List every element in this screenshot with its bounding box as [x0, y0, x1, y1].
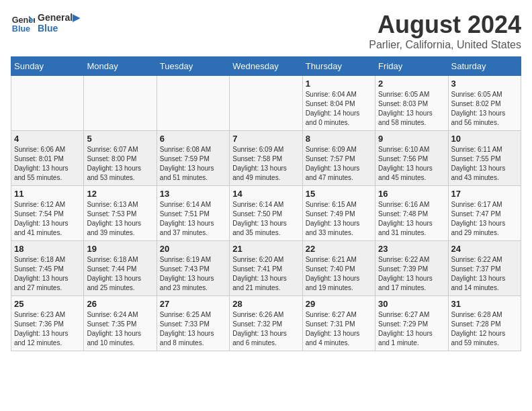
day-info: Sunrise: 6:21 AM Sunset: 7:40 PM Dayligh… — [306, 255, 372, 293]
day-number: 17 — [451, 189, 518, 199]
day-number: 11 — [14, 189, 81, 199]
calendar-cell: 2Sunrise: 6:05 AM Sunset: 8:03 PM Daylig… — [375, 76, 448, 131]
day-number: 22 — [306, 244, 372, 254]
calendar-cell — [84, 76, 157, 131]
day-info: Sunrise: 6:10 AM Sunset: 7:56 PM Dayligh… — [378, 145, 445, 183]
day-info: Sunrise: 6:18 AM Sunset: 7:45 PM Dayligh… — [14, 255, 81, 293]
day-number: 25 — [14, 299, 81, 309]
calendar-cell: 26Sunrise: 6:24 AM Sunset: 7:35 PM Dayli… — [84, 296, 157, 351]
calendar-cell: 20Sunrise: 6:19 AM Sunset: 7:43 PM Dayli… — [157, 241, 229, 296]
calendar-cell: 28Sunrise: 6:26 AM Sunset: 7:32 PM Dayli… — [230, 296, 302, 351]
page-header: General Blue General▶ Blue August 2024 P… — [11, 11, 521, 51]
calendar-cell: 24Sunrise: 6:22 AM Sunset: 7:37 PM Dayli… — [448, 241, 521, 296]
day-number: 19 — [87, 244, 153, 254]
day-number: 10 — [451, 134, 518, 144]
column-header-thursday: Thursday — [302, 57, 375, 76]
day-info: Sunrise: 6:14 AM Sunset: 7:50 PM Dayligh… — [232, 200, 299, 238]
day-info: Sunrise: 6:20 AM Sunset: 7:41 PM Dayligh… — [232, 255, 299, 293]
calendar-cell: 1Sunrise: 6:04 AM Sunset: 8:04 PM Daylig… — [302, 76, 375, 131]
calendar-cell: 23Sunrise: 6:22 AM Sunset: 7:39 PM Dayli… — [375, 241, 448, 296]
day-info: Sunrise: 6:04 AM Sunset: 8:04 PM Dayligh… — [306, 90, 372, 128]
calendar-cell — [11, 76, 84, 131]
column-header-wednesday: Wednesday — [230, 57, 302, 76]
logo-line1: General▶ — [38, 12, 80, 23]
day-info: Sunrise: 6:19 AM Sunset: 7:43 PM Dayligh… — [160, 255, 226, 293]
calendar-cell: 7Sunrise: 6:09 AM Sunset: 7:58 PM Daylig… — [230, 131, 302, 186]
logo-line2: Blue — [38, 23, 80, 34]
subtitle: Parlier, California, United States — [369, 39, 521, 51]
logo: General Blue General▶ Blue — [11, 11, 80, 35]
day-number: 13 — [160, 189, 226, 199]
day-number: 16 — [378, 189, 445, 199]
calendar-cell: 21Sunrise: 6:20 AM Sunset: 7:41 PM Dayli… — [230, 241, 302, 296]
day-number: 1 — [306, 79, 372, 89]
day-info: Sunrise: 6:26 AM Sunset: 7:32 PM Dayligh… — [232, 310, 299, 348]
day-number: 27 — [160, 299, 226, 309]
day-number: 4 — [14, 134, 81, 144]
column-header-tuesday: Tuesday — [157, 57, 229, 76]
calendar-cell: 27Sunrise: 6:25 AM Sunset: 7:33 PM Dayli… — [157, 296, 229, 351]
day-number: 29 — [306, 299, 372, 309]
calendar-cell: 9Sunrise: 6:10 AM Sunset: 7:56 PM Daylig… — [375, 131, 448, 186]
day-info: Sunrise: 6:07 AM Sunset: 8:00 PM Dayligh… — [87, 145, 153, 183]
day-info: Sunrise: 6:22 AM Sunset: 7:39 PM Dayligh… — [378, 255, 445, 293]
day-number: 18 — [14, 244, 81, 254]
calendar-cell: 16Sunrise: 6:16 AM Sunset: 7:48 PM Dayli… — [375, 186, 448, 241]
day-number: 24 — [451, 244, 518, 254]
calendar-cell: 18Sunrise: 6:18 AM Sunset: 7:45 PM Dayli… — [11, 241, 84, 296]
day-info: Sunrise: 6:12 AM Sunset: 7:54 PM Dayligh… — [14, 200, 81, 238]
day-number: 15 — [306, 189, 372, 199]
day-number: 12 — [87, 189, 153, 199]
day-info: Sunrise: 6:27 AM Sunset: 7:29 PM Dayligh… — [378, 310, 445, 348]
calendar-cell: 8Sunrise: 6:09 AM Sunset: 7:57 PM Daylig… — [302, 131, 375, 186]
day-info: Sunrise: 6:25 AM Sunset: 7:33 PM Dayligh… — [160, 310, 226, 348]
calendar-cell: 4Sunrise: 6:06 AM Sunset: 8:01 PM Daylig… — [11, 131, 84, 186]
day-number: 3 — [451, 79, 518, 89]
calendar-cell: 25Sunrise: 6:23 AM Sunset: 7:36 PM Dayli… — [11, 296, 84, 351]
day-info: Sunrise: 6:27 AM Sunset: 7:31 PM Dayligh… — [306, 310, 372, 348]
calendar-cell: 22Sunrise: 6:21 AM Sunset: 7:40 PM Dayli… — [302, 241, 375, 296]
day-info: Sunrise: 6:13 AM Sunset: 7:53 PM Dayligh… — [87, 200, 153, 238]
day-number: 5 — [87, 134, 153, 144]
calendar-cell: 10Sunrise: 6:11 AM Sunset: 7:55 PM Dayli… — [448, 131, 521, 186]
day-info: Sunrise: 6:18 AM Sunset: 7:44 PM Dayligh… — [87, 255, 153, 293]
day-info: Sunrise: 6:22 AM Sunset: 7:37 PM Dayligh… — [451, 255, 518, 293]
day-number: 28 — [232, 299, 299, 309]
day-info: Sunrise: 6:28 AM Sunset: 7:28 PM Dayligh… — [451, 310, 518, 348]
calendar-cell: 11Sunrise: 6:12 AM Sunset: 7:54 PM Dayli… — [11, 186, 84, 241]
calendar-cell: 31Sunrise: 6:28 AM Sunset: 7:28 PM Dayli… — [448, 296, 521, 351]
calendar-cell: 5Sunrise: 6:07 AM Sunset: 8:00 PM Daylig… — [84, 131, 157, 186]
column-header-monday: Monday — [84, 57, 157, 76]
calendar-cell: 12Sunrise: 6:13 AM Sunset: 7:53 PM Dayli… — [84, 186, 157, 241]
logo-icon: General Blue — [11, 11, 35, 35]
column-header-friday: Friday — [375, 57, 448, 76]
day-info: Sunrise: 6:08 AM Sunset: 7:59 PM Dayligh… — [160, 145, 226, 183]
day-number: 8 — [306, 134, 372, 144]
day-number: 23 — [378, 244, 445, 254]
day-number: 14 — [232, 189, 299, 199]
title-block: August 2024 Parlier, California, United … — [369, 11, 521, 51]
day-number: 30 — [378, 299, 445, 309]
column-header-saturday: Saturday — [448, 57, 521, 76]
day-number: 6 — [160, 134, 226, 144]
day-info: Sunrise: 6:15 AM Sunset: 7:49 PM Dayligh… — [306, 200, 372, 238]
day-info: Sunrise: 6:14 AM Sunset: 7:51 PM Dayligh… — [160, 200, 226, 238]
day-number: 7 — [232, 134, 299, 144]
day-info: Sunrise: 6:06 AM Sunset: 8:01 PM Dayligh… — [14, 145, 81, 183]
svg-text:Blue: Blue — [12, 24, 30, 34]
calendar-table: SundayMondayTuesdayWednesdayThursdayFrid… — [11, 56, 521, 351]
day-number: 26 — [87, 299, 153, 309]
day-info: Sunrise: 6:11 AM Sunset: 7:55 PM Dayligh… — [451, 145, 518, 183]
day-info: Sunrise: 6:24 AM Sunset: 7:35 PM Dayligh… — [87, 310, 153, 348]
day-number: 9 — [378, 134, 445, 144]
day-info: Sunrise: 6:05 AM Sunset: 8:03 PM Dayligh… — [378, 90, 445, 128]
calendar-cell: 3Sunrise: 6:05 AM Sunset: 8:02 PM Daylig… — [448, 76, 521, 131]
calendar-cell: 15Sunrise: 6:15 AM Sunset: 7:49 PM Dayli… — [302, 186, 375, 241]
day-info: Sunrise: 6:17 AM Sunset: 7:47 PM Dayligh… — [451, 200, 518, 238]
calendar-cell: 30Sunrise: 6:27 AM Sunset: 7:29 PM Dayli… — [375, 296, 448, 351]
day-info: Sunrise: 6:05 AM Sunset: 8:02 PM Dayligh… — [451, 90, 518, 128]
day-number: 31 — [451, 299, 518, 309]
calendar-cell: 6Sunrise: 6:08 AM Sunset: 7:59 PM Daylig… — [157, 131, 229, 186]
calendar-cell: 17Sunrise: 6:17 AM Sunset: 7:47 PM Dayli… — [448, 186, 521, 241]
day-info: Sunrise: 6:23 AM Sunset: 7:36 PM Dayligh… — [14, 310, 81, 348]
